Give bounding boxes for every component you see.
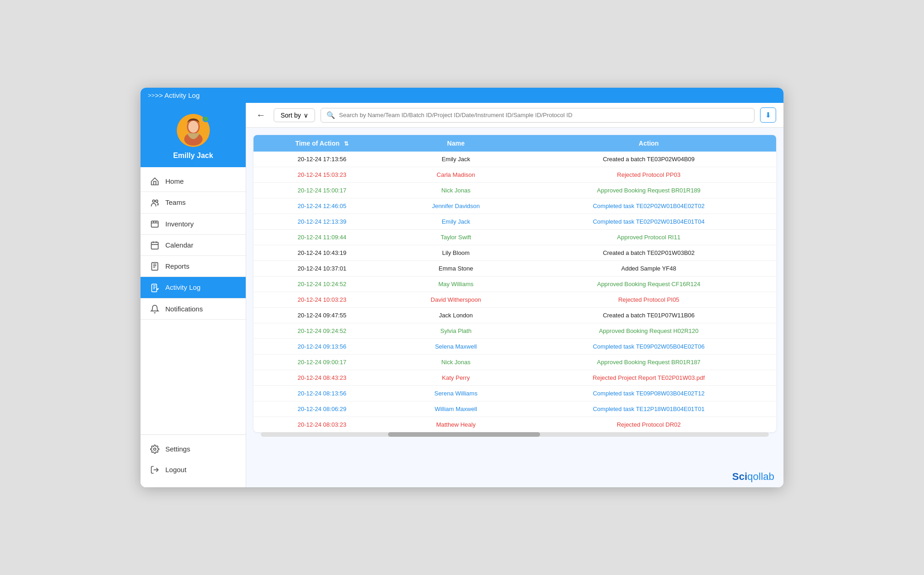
sidebar-item-logout[interactable]: Logout bbox=[141, 459, 246, 480]
cell-action: Rejected Protocol DR02 bbox=[521, 417, 776, 433]
sidebar-item-teams[interactable]: Teams bbox=[141, 192, 246, 213]
brand-logo: Sciqollab bbox=[732, 471, 774, 483]
cell-action: Created a batch TE03P02W04B09 bbox=[521, 152, 776, 167]
cell-time: 20-12-24 10:37:01 bbox=[254, 261, 390, 276]
cell-action: Completed task TE02P02W01B04E01T04 bbox=[521, 214, 776, 230]
sidebar-item-label-logout: Logout bbox=[165, 466, 186, 474]
sidebar-item-home[interactable]: Home bbox=[141, 171, 246, 192]
cell-name: Emma Stone bbox=[390, 261, 521, 276]
cell-action: Completed task TE12P18W01B04E01T01 bbox=[521, 401, 776, 417]
content-toolbar: ← Sort by ∨ 🔍 ⬇ bbox=[246, 103, 783, 128]
table-container: Time of Action ⇅ Name Action 20-12-24 17… bbox=[246, 128, 783, 466]
cell-name: William Maxwell bbox=[390, 401, 521, 417]
svg-point-4 bbox=[152, 200, 155, 202]
cell-time: 20-12-24 10:24:52 bbox=[254, 276, 390, 292]
table-row: 20-12-24 17:13:56 Emily Jack Created a b… bbox=[254, 152, 776, 167]
table-row: 20-12-24 10:03:23 David Witherspoon Reje… bbox=[254, 292, 776, 308]
table-row: 20-12-24 08:13:56 Serena Williams Comple… bbox=[254, 386, 776, 401]
activity-table: Time of Action ⇅ Name Action 20-12-24 17… bbox=[254, 135, 776, 432]
cell-time: 20-12-24 08:06:29 bbox=[254, 401, 390, 417]
cell-time: 20-12-24 10:43:19 bbox=[254, 245, 390, 261]
sidebar-nav: Home Teams Inventory bbox=[141, 167, 246, 434]
title-text: >> Activity Log bbox=[155, 91, 200, 99]
cell-name: Carla Madison bbox=[390, 167, 521, 183]
cell-name: Emily Jack bbox=[390, 152, 521, 167]
cell-name: David Witherspoon bbox=[390, 292, 521, 308]
col-header-time[interactable]: Time of Action ⇅ bbox=[254, 135, 390, 152]
cell-time: 20-12-24 15:03:23 bbox=[254, 167, 390, 183]
cell-action: Approved Booking Request BR01R189 bbox=[521, 183, 776, 198]
sidebar-item-inventory[interactable]: Inventory bbox=[141, 214, 246, 235]
cell-time: 20-12-24 09:24:52 bbox=[254, 323, 390, 339]
title-arrows: >> bbox=[148, 92, 155, 99]
sort-label: Sort by bbox=[281, 112, 301, 119]
inventory-icon bbox=[150, 219, 160, 229]
sidebar-item-label-notifications: Notifications bbox=[165, 305, 203, 313]
cell-name: Nick Jonas bbox=[390, 183, 521, 198]
sidebar-bottom: Settings Logout bbox=[141, 434, 246, 488]
sidebar-item-notifications[interactable]: Notifications bbox=[141, 299, 246, 320]
sidebar-item-reports[interactable]: Reports bbox=[141, 256, 246, 277]
cell-action: Completed task TE09P08W03B04E02T12 bbox=[521, 386, 776, 401]
scrollbar-thumb[interactable] bbox=[388, 432, 541, 437]
sidebar-profile: Emilly Jack bbox=[141, 103, 246, 167]
cell-name: Selena Maxwell bbox=[390, 339, 521, 355]
cell-action: Created a batch TE01P07W11B06 bbox=[521, 308, 776, 323]
table-row: 20-12-24 09:00:17 Nick Jonas Approved Bo… bbox=[254, 355, 776, 370]
brand-footer: Sciqollab bbox=[246, 466, 783, 487]
download-icon: ⬇ bbox=[765, 111, 771, 119]
brand-name-bold: Sci bbox=[732, 471, 747, 482]
table-row: 20-12-24 09:13:56 Selena Maxwell Complet… bbox=[254, 339, 776, 355]
table-row: 20-12-24 10:24:52 May Williams Approved … bbox=[254, 276, 776, 292]
svg-point-2 bbox=[188, 121, 198, 133]
sidebar-item-label-reports: Reports bbox=[165, 262, 190, 270]
notifications-icon bbox=[150, 304, 160, 314]
cell-action: Rejected Protocol PP03 bbox=[521, 167, 776, 183]
sidebar-item-calendar[interactable]: Calendar bbox=[141, 235, 246, 256]
cell-time: 20-12-24 17:13:56 bbox=[254, 152, 390, 167]
scrollbar-area[interactable] bbox=[261, 432, 769, 437]
svg-point-5 bbox=[156, 200, 158, 202]
sidebar-item-label-inventory: Inventory bbox=[165, 220, 194, 228]
sort-chevron-icon: ∨ bbox=[304, 112, 308, 119]
cell-time: 20-12-24 08:13:56 bbox=[254, 386, 390, 401]
download-button[interactable]: ⬇ bbox=[760, 107, 776, 123]
cell-name: Nick Jonas bbox=[390, 355, 521, 370]
svg-point-10 bbox=[154, 448, 156, 450]
col-header-action[interactable]: Action bbox=[521, 135, 776, 152]
cell-time: 20-12-24 10:03:23 bbox=[254, 292, 390, 308]
sidebar-item-activity-log[interactable]: Activity Log bbox=[141, 277, 246, 298]
cell-action: Approved Protocol RI11 bbox=[521, 230, 776, 245]
back-button[interactable]: ← bbox=[254, 109, 268, 121]
table-row: 20-12-24 15:00:17 Nick Jonas Approved Bo… bbox=[254, 183, 776, 198]
main-content: Emilly Jack Home Teams bbox=[141, 103, 783, 487]
search-icon: 🔍 bbox=[327, 111, 335, 119]
table-body: 20-12-24 17:13:56 Emily Jack Created a b… bbox=[254, 152, 776, 432]
search-input[interactable] bbox=[339, 112, 749, 118]
table-header: Time of Action ⇅ Name Action bbox=[254, 135, 776, 152]
cell-name: Jennifer Davidson bbox=[390, 198, 521, 214]
sidebar-item-settings[interactable]: Settings bbox=[141, 439, 246, 459]
cell-action: Approved Booking Request CF16R124 bbox=[521, 276, 776, 292]
search-container: 🔍 bbox=[321, 108, 755, 123]
cell-action: Rejected Protocol PI05 bbox=[521, 292, 776, 308]
teams-icon bbox=[150, 197, 160, 207]
svg-rect-6 bbox=[152, 221, 158, 227]
logout-icon bbox=[150, 465, 160, 474]
sidebar-item-label-calendar: Calendar bbox=[165, 241, 193, 249]
table-row: 20-12-24 12:13:39 Emily Jack Completed t… bbox=[254, 214, 776, 230]
cell-time: 20-12-24 09:47:55 bbox=[254, 308, 390, 323]
table-row: 20-12-24 09:24:52 Sylvia Plath Approved … bbox=[254, 323, 776, 339]
cell-name: Taylor Swift bbox=[390, 230, 521, 245]
cell-name: May Williams bbox=[390, 276, 521, 292]
content-area: ← Sort by ∨ 🔍 ⬇ bbox=[246, 103, 783, 487]
table-row: 20-12-24 10:37:01 Emma Stone Added Sampl… bbox=[254, 261, 776, 276]
cell-time: 20-12-24 08:03:23 bbox=[254, 417, 390, 433]
table-row: 20-12-24 09:47:55 Jack London Created a … bbox=[254, 308, 776, 323]
sort-button[interactable]: Sort by ∨ bbox=[274, 108, 315, 122]
reports-icon bbox=[150, 261, 160, 271]
cell-time: 20-12-24 12:46:05 bbox=[254, 198, 390, 214]
cell-action: Approved Booking Request BR01R187 bbox=[521, 355, 776, 370]
cell-action: Completed task TE09P02W05B04E02T06 bbox=[521, 339, 776, 355]
col-header-name[interactable]: Name bbox=[390, 135, 521, 152]
